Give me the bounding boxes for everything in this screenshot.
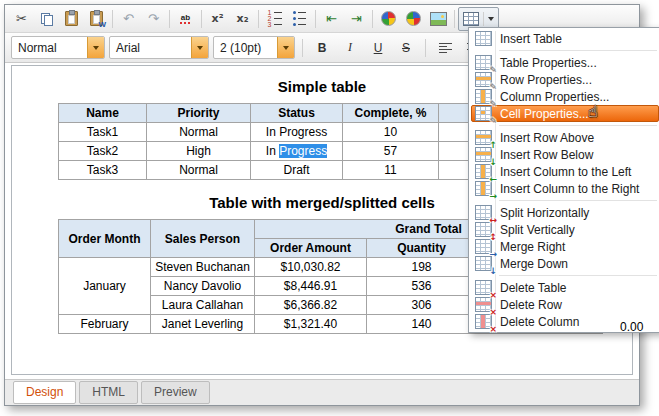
bullet-list-button[interactable] [287,7,312,31]
menu-item-insert-column-right[interactable]: → Insert Column to the Right [471,180,659,197]
table-cell[interactable]: Task3 [59,161,147,180]
menu-item-split-vertically[interactable]: ↕ Split Vertically [471,221,659,238]
cut-icon: ✂ [16,12,27,25]
table-cell[interactable]: 536 [367,277,477,296]
paragraph-style-value: Normal [12,41,87,55]
table-cell[interactable]: Nancy Davolio [151,277,255,296]
strikethrough-button[interactable]: S [394,37,418,59]
outdent-button[interactable]: ⇤ [319,7,344,31]
table-cell-with-selection[interactable]: In Progress [251,142,343,161]
chevron-down-icon[interactable] [191,37,208,58]
table-cell[interactable]: 198 [367,258,477,277]
paste-from-word-button[interactable]: W [84,7,109,31]
spell-check-button[interactable]: ab [173,7,198,31]
menu-item-column-properties[interactable]: ✎ Column Properties... [471,88,659,105]
tab-preview[interactable]: Preview [141,381,210,404]
underline-button[interactable]: U [366,37,390,59]
copy-icon [41,13,53,25]
align-left-button[interactable] [433,37,457,59]
menu-item-insert-row-above[interactable]: ↑ Insert Row Above [471,129,659,146]
chevron-down-icon [488,17,494,21]
toolbar-separator [201,10,202,28]
menu-item-insert-table[interactable]: Insert Table [471,30,659,47]
bold-button[interactable]: B [310,37,334,59]
column-header[interactable]: Name [59,104,147,123]
table-cell[interactable]: 11 [343,161,439,180]
menu-item-delete-row[interactable]: × Delete Row [471,296,659,313]
column-header[interactable]: Status [251,104,343,123]
spell-check-icon: ab [180,14,192,24]
column-header[interactable]: Quantity [367,239,477,258]
font-color-button[interactable] [376,7,401,31]
table-cell[interactable]: Laura Callahan [151,296,255,315]
table-cell[interactable]: $8,446.91 [255,277,367,296]
table-cell[interactable]: $1,321.40 [255,315,367,334]
view-tab-bar: Design HTML Preview [5,379,639,405]
menu-item-cell-properties[interactable]: ✎ Cell Properties... [471,105,659,122]
toolbar-separator [169,10,170,28]
copy-button[interactable] [34,7,59,31]
table-cell[interactable]: High [147,142,251,161]
superscript-icon: x² [212,13,224,24]
table-cell[interactable]: 10 [343,123,439,142]
redo-button[interactable]: ↷ [141,7,166,31]
split-horizontally-icon: ↔ [475,205,492,220]
subscript-button[interactable]: x₂ [230,7,255,31]
menu-item-delete-table[interactable]: × Delete Table [471,279,659,296]
insert-image-button[interactable] [426,7,451,31]
mouse-cursor-icon: ☝ [588,104,598,120]
toolbar-separator [425,39,426,57]
column-header[interactable]: Complete, % [343,104,439,123]
font-color-icon [381,11,396,26]
chevron-down-icon[interactable] [87,37,104,58]
table-cell[interactable]: In Progress [251,123,343,142]
undo-button[interactable]: ↶ [116,7,141,31]
menu-item-table-properties[interactable]: ✎ Table Properties... [471,54,659,71]
table-cell[interactable]: Steven Buchanan [151,258,255,277]
merged-month-cell[interactable]: January [59,258,151,315]
tab-html[interactable]: HTML [79,381,138,404]
menu-item-split-horizontally[interactable]: ↔ Split Horizontally [471,204,659,221]
toolbar-separator [112,10,113,28]
cut-button[interactable]: ✂ [9,7,34,31]
paragraph-style-select[interactable]: Normal [11,36,105,59]
column-header[interactable]: Priority [147,104,251,123]
column-header[interactable]: Sales Person [151,220,255,258]
menu-item-merge-down[interactable]: ↓ Merge Down [471,255,659,272]
font-size-select[interactable]: 2 (10pt) [213,36,295,59]
tab-design[interactable]: Design [13,381,76,404]
table-dropdown-menu: Insert Table ✎ Table Properties... ✎ Row… [468,27,659,333]
table-cell[interactable]: Task2 [59,142,147,161]
chevron-down-icon[interactable] [277,37,294,58]
table-cell[interactable]: Draft [251,161,343,180]
menu-item-row-properties[interactable]: ✎ Row Properties... [471,71,659,88]
superscript-button[interactable]: x² [205,7,230,31]
menu-separator [499,275,657,276]
table-cell[interactable]: Task1 [59,123,147,142]
toolbar-separator [258,10,259,28]
font-name-select[interactable]: Arial [109,36,209,59]
highlight-color-button[interactable] [401,7,426,31]
table-cell[interactable]: $6,366.82 [255,296,367,315]
indent-button[interactable]: ⇥ [344,7,369,31]
numbered-list-button[interactable]: 1 2 3 [262,7,287,31]
table-cell[interactable]: Janet Leverling [151,315,255,334]
italic-button[interactable]: I [338,37,362,59]
paste-button[interactable] [59,7,84,31]
column-header[interactable]: Order Month [59,220,151,258]
table-cell[interactable]: Normal [147,161,251,180]
font-name-value: Arial [110,41,191,55]
menu-separator [499,200,657,201]
table-cell[interactable]: Normal [147,123,251,142]
indent-icon: ⇥ [351,12,362,25]
table-cell[interactable]: 306 [367,296,477,315]
column-header[interactable]: Order Amount [255,239,367,258]
menu-item-insert-column-left[interactable]: ← Insert Column to the Left [471,163,659,180]
merged-month-cell[interactable]: February [59,315,151,334]
table-menu-icon [463,12,479,26]
menu-item-insert-row-below[interactable]: ↓ Insert Row Below [471,146,659,163]
table-cell[interactable]: 57 [343,142,439,161]
table-cell[interactable]: 140 [367,315,477,334]
menu-item-merge-right[interactable]: → Merge Right [471,238,659,255]
table-cell[interactable]: $10,030.82 [255,258,367,277]
